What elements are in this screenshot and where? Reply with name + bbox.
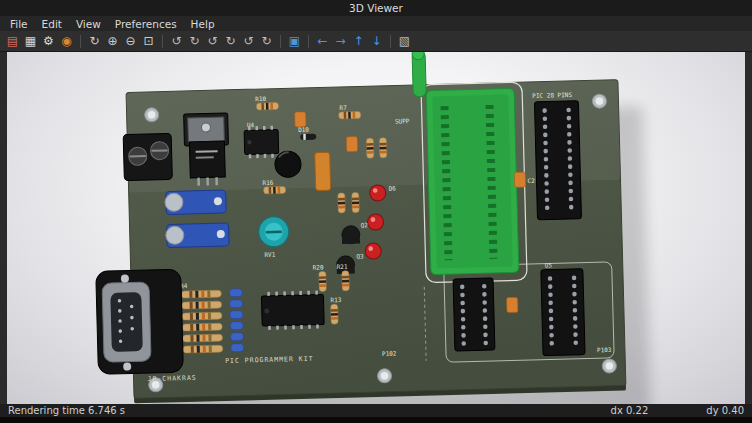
menu-edit[interactable]: Edit	[35, 18, 69, 30]
led-red	[365, 243, 381, 259]
led-red	[367, 214, 383, 230]
toolbar: ▤ ▦ ⚙ ◉ ↻ ⊕ ⊖ ⊡ ↺ ↻ ↺ ↻ ↺ ↻ ▣ ← → ↑ ↓ ▧	[0, 31, 752, 52]
screw-terminal	[123, 133, 172, 180]
3d-viewport[interactable]: U4 R10 R7 D10	[7, 52, 745, 404]
silkscreen-r16: R16	[262, 179, 273, 186]
pcb-board: U4 R10 R7 D10	[90, 52, 626, 404]
resistor	[379, 138, 387, 158]
move-right-icon[interactable]: →	[332, 33, 349, 49]
resistor-r16	[264, 186, 286, 194]
menubar: File Edit View Preferences Help	[0, 16, 752, 31]
move-up-icon[interactable]: ↑	[350, 33, 367, 49]
resistor-r7	[339, 111, 361, 119]
statusbar: Rendering time 6.746 s dx 0.22 dy 0.40	[0, 404, 752, 417]
ic-dip14	[261, 292, 324, 328]
mounting-hole	[144, 108, 158, 122]
toolbar-separator	[308, 35, 309, 48]
silkscreen-u5: U5	[545, 261, 553, 268]
3d-viewer-window: 3D Viewer File Edit View Preferences Hel…	[0, 0, 752, 423]
zoom-out-icon[interactable]: ⊖	[122, 33, 139, 49]
dip-socket-28	[534, 101, 581, 220]
flip-view-icon[interactable]: ▣	[286, 33, 303, 49]
rotate-z-ccw-icon[interactable]: ↺	[240, 33, 257, 49]
redraw-icon[interactable]: ↻	[86, 33, 103, 49]
resistor-r10	[256, 103, 278, 111]
render-options-icon[interactable]: ⚙	[40, 33, 57, 49]
silkscreen-r21: R21	[337, 263, 348, 270]
silkscreen-r7: R7	[339, 104, 347, 111]
status-dy: dy 0.40	[706, 405, 744, 416]
capacitor-c2	[514, 172, 525, 187]
silkscreen-p103: P103	[597, 346, 612, 353]
mounting-hole	[602, 359, 616, 373]
titlebar[interactable]: 3D Viewer	[0, 0, 752, 16]
menu-file[interactable]: File	[3, 18, 35, 30]
rotate-x-cw-icon[interactable]: ↻	[186, 33, 203, 49]
menu-preferences[interactable]: Preferences	[108, 18, 184, 30]
ceramic-cap	[507, 297, 518, 312]
resistor-r13	[331, 304, 339, 324]
silkscreen-p102: P102	[382, 350, 397, 357]
trimmer-pot-blue	[166, 223, 230, 248]
silkscreen-rv1: RV1	[264, 251, 275, 258]
menu-view[interactable]: View	[69, 18, 108, 30]
led-red	[370, 185, 386, 201]
db9-connector	[96, 269, 184, 374]
window-bottom-edge	[0, 417, 752, 423]
silkscreen-d6: D6	[389, 184, 397, 191]
dip-socket-mid	[453, 278, 495, 351]
rendering-time: Rendering time 6.746 s	[8, 405, 125, 416]
status-dx: dx 0.22	[611, 405, 649, 416]
resistor-r21	[342, 271, 350, 291]
mounting-hole	[377, 369, 391, 383]
silkscreen-pic28: PIC 28 PINS	[532, 91, 572, 99]
toolbar-separator	[80, 35, 81, 48]
silkscreen-supply: SUPP	[395, 117, 410, 124]
resistor-r20	[319, 271, 327, 291]
silkscreen-q2: Q2	[361, 221, 369, 228]
silkscreen-d10: D10	[298, 126, 309, 133]
silkscreen-r10: R10	[255, 95, 266, 102]
move-left-icon[interactable]: ←	[314, 33, 331, 49]
zoom-fit-icon[interactable]: ⊡	[140, 33, 157, 49]
rotate-x-ccw-icon[interactable]: ↺	[168, 33, 185, 49]
rotate-y-cw-icon[interactable]: ↻	[222, 33, 239, 49]
transistor-q2	[342, 225, 360, 243]
silkscreen-brand: JP-CHAKRAS	[147, 374, 196, 383]
dip-socket-u5	[541, 269, 585, 356]
toolbar-separator	[280, 35, 281, 48]
silkscreen-c2: C2	[527, 177, 535, 184]
rotate-z-cw-icon[interactable]: ↻	[258, 33, 275, 49]
resistor	[366, 138, 374, 158]
menu-help[interactable]: Help	[184, 18, 222, 30]
rotate-y-ccw-icon[interactable]: ↺	[204, 33, 221, 49]
window-title: 3D Viewer	[349, 2, 403, 14]
diode-d10	[300, 134, 316, 140]
silkscreen-r20: R20	[313, 263, 324, 270]
ortho-view-icon[interactable]: ▧	[396, 33, 413, 49]
silkscreen-r13: R13	[330, 296, 341, 303]
voltage-regulator	[184, 113, 230, 186]
move-down-icon[interactable]: ↓	[368, 33, 385, 49]
trimmer-rv1	[258, 216, 289, 247]
electrolytic-cap	[275, 151, 302, 178]
copy-image-icon[interactable]: ▦	[22, 33, 39, 49]
mounting-hole	[592, 94, 606, 108]
pcb-3d-render: U4 R10 R7 D10	[7, 52, 745, 404]
toolbar-separator	[390, 35, 391, 48]
toolbar-separator	[162, 35, 163, 48]
raytracing-icon[interactable]: ◉	[58, 33, 75, 49]
resistor	[352, 192, 360, 212]
trimmer-pot-blue	[165, 190, 227, 215]
silkscreen-q3: Q3	[356, 252, 364, 259]
film-cap	[315, 152, 331, 190]
ceramic-cap	[346, 136, 357, 151]
ceramic-cap	[295, 112, 306, 127]
export-image-icon[interactable]: ▤	[4, 33, 21, 49]
zoom-in-icon[interactable]: ⊕	[104, 33, 121, 49]
resistor	[338, 193, 346, 213]
